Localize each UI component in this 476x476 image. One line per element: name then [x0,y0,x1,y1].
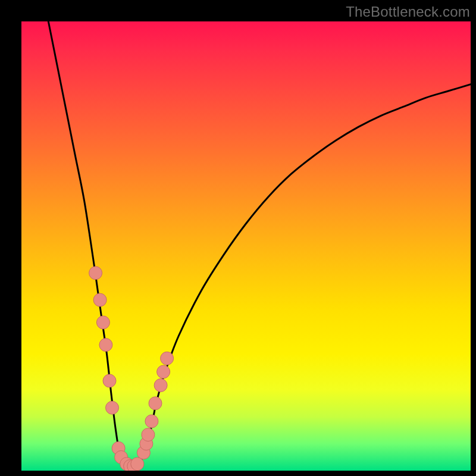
data-marker [103,374,116,387]
curve-group [48,21,471,466]
bottleneck-curve [48,21,471,466]
data-marker [161,352,174,365]
marker-group [89,267,174,471]
data-marker [89,267,102,280]
watermark-text: TheBottleneck.com [346,4,470,20]
data-marker [96,316,109,329]
data-marker [154,379,167,392]
data-marker [93,293,107,306]
plot-area [21,21,471,471]
chart-frame: TheBottleneck.com [0,0,476,476]
data-marker [157,365,170,378]
data-marker [142,428,155,441]
data-marker [131,458,144,471]
data-marker [106,401,119,414]
data-marker [145,415,158,428]
chart-svg [21,21,471,471]
data-marker [99,339,112,352]
data-marker [149,397,162,410]
